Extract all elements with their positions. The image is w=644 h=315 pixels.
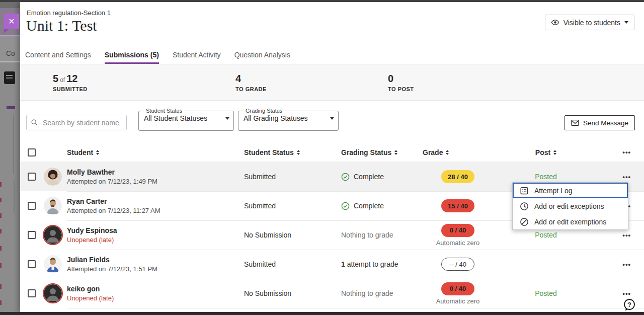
sort-icon <box>553 150 556 155</box>
clock-icon <box>520 202 529 211</box>
student-status: Submitted <box>244 173 341 181</box>
select-all-checkbox[interactable] <box>28 148 36 156</box>
grade-pill[interactable]: 0 / 40 <box>441 224 474 237</box>
row-checkbox[interactable] <box>28 202 36 210</box>
row-overflow-menu-icon[interactable]: ••• <box>622 173 644 181</box>
visibility-label: Visible to students <box>564 19 620 27</box>
student-name: Molly Bawther <box>67 168 244 176</box>
student-status: No Submission <box>244 231 341 239</box>
row-checkbox[interactable] <box>28 231 36 239</box>
block-icon <box>520 217 529 226</box>
dimmed-background-page: Co <box>0 0 20 315</box>
background-purple-mark <box>7 106 15 109</box>
window-top-bar <box>0 0 644 2</box>
column-header-student[interactable]: Student <box>67 148 244 156</box>
avatar <box>44 168 62 186</box>
stat-to-grade: 4 TO GRADE <box>235 73 267 92</box>
help-button[interactable]: ? <box>623 298 636 311</box>
tab-bar: Content and Settings Submissions (5) Stu… <box>20 45 644 64</box>
attempt-info: Attempted on 7/12/23, 1:51 PM <box>67 265 244 273</box>
column-header-post[interactable]: Post <box>496 148 596 156</box>
avatar <box>44 255 62 273</box>
grading-status: Nothing to grade <box>341 289 420 297</box>
background-tick <box>0 263 2 268</box>
attempt-info: Unopened (late) <box>67 294 244 302</box>
grade-cell: 28 / 40 <box>420 170 496 183</box>
background-line <box>13 115 14 174</box>
screen: Co ✕ Emotion regulation-Section 1 Unit 1… <box>0 0 644 315</box>
row-overflow-menu-icon[interactable]: ••• <box>622 261 644 268</box>
background-book-icon <box>4 71 15 84</box>
tab-student-activity[interactable]: Student Activity <box>173 45 221 64</box>
student-status-select[interactable]: Student Status All Student Statuses <box>138 108 234 131</box>
student-name: Julian Fields <box>67 256 244 264</box>
eye-icon <box>551 18 559 27</box>
table-row: Julian Fields Attempted on 7/12/23, 1:51… <box>20 250 644 279</box>
grade-pill[interactable]: 28 / 40 <box>441 170 474 183</box>
grading-status: 1 attempt to grade <box>341 260 420 268</box>
envelope-icon <box>571 119 579 126</box>
search-input[interactable] <box>42 118 122 127</box>
complete-check-icon <box>341 173 350 181</box>
table-row: keiko gon Unopened (late) No Submission … <box>20 279 644 308</box>
avatar-placeholder <box>43 283 63 303</box>
window-bottom-bar <box>0 312 644 315</box>
breadcrumb: Emotion regulation-Section 1 <box>27 9 111 17</box>
post-status: Posted <box>496 231 596 239</box>
sort-icon <box>446 150 449 155</box>
background-tick <box>0 229 2 233</box>
visibility-dropdown-button[interactable]: Visible to students <box>545 15 634 30</box>
column-header-grade[interactable]: Grade <box>420 148 496 156</box>
tab-submissions[interactable]: Submissions (5) <box>105 45 159 64</box>
grade-cell: -- / 40 <box>420 258 496 271</box>
background-tick <box>0 198 2 202</box>
row-checkbox[interactable] <box>28 260 36 268</box>
attempt-info: Attempted on 7/12/23, 1:49 PM <box>67 178 244 185</box>
menu-item-add-edit-exemptions[interactable]: Add or edit exemptions <box>513 214 628 229</box>
grade-pill[interactable]: 15 / 40 <box>441 199 474 212</box>
row-overflow-menu-icon[interactable]: ••• <box>622 290 644 297</box>
tab-question-analysis[interactable]: Question Analysis <box>234 45 290 64</box>
column-header-student-status[interactable]: Student Status <box>244 148 341 156</box>
student-name: keiko gon <box>67 285 244 293</box>
table-header: Student Student Status Grading Status Gr… <box>20 143 644 162</box>
post-status: Posted <box>496 289 596 297</box>
avatar <box>44 197 62 215</box>
complete-check-icon <box>341 202 350 210</box>
background-tick <box>0 284 2 289</box>
tab-content-and-settings[interactable]: Content and Settings <box>25 45 91 64</box>
grade-cell: 0 / 40 Automatic zero <box>420 282 496 305</box>
grade-pill[interactable]: -- / 40 <box>441 258 474 271</box>
close-icon: ✕ <box>8 17 15 26</box>
close-panel-button[interactable]: ✕ <box>4 14 19 29</box>
grading-status-select[interactable]: Grading Status All Grading Statuses <box>238 108 339 131</box>
grade-cell: 0 / 40 Automatic zero <box>420 224 496 247</box>
background-tick <box>0 246 2 251</box>
background-text-fragment: Co <box>6 49 15 57</box>
attempt-log-icon <box>520 186 529 195</box>
grading-status: Nothing to grade <box>341 231 420 239</box>
avatar-placeholder <box>43 225 63 245</box>
grade-pill[interactable]: 0 / 40 <box>441 282 474 295</box>
row-checkbox[interactable] <box>28 173 36 181</box>
background-tick <box>0 300 2 305</box>
table-overflow-menu-icon[interactable]: ••• <box>622 148 644 156</box>
stats-bar: 5of12 SUBMITTED 4 TO GRADE 0 TO POST <box>20 64 644 101</box>
filter-bar: Student Status All Student Statuses Grad… <box>20 101 644 143</box>
column-header-grading-status[interactable]: Grading Status <box>341 148 420 156</box>
chevron-down-icon <box>624 21 628 24</box>
help-icon: ? <box>627 301 631 308</box>
student-status: Submitted <box>244 202 341 210</box>
send-message-button[interactable]: Send Message <box>565 115 635 130</box>
grade-note: Automatic zero <box>436 239 480 247</box>
sort-icon <box>297 150 300 155</box>
row-overflow-menu-icon[interactable]: ••• <box>622 231 644 239</box>
row-context-menu: Attempt Log Add or edit exceptions Add o… <box>512 182 628 230</box>
row-checkbox[interactable] <box>28 289 36 297</box>
grade-cell: 15 / 40 <box>420 199 496 212</box>
menu-item-add-edit-exceptions[interactable]: Add or edit exceptions <box>513 198 628 214</box>
student-name: Ryan Carter <box>67 197 244 205</box>
post-status: Posted <box>496 173 596 181</box>
table-row-partial <box>20 308 644 312</box>
menu-item-attempt-log[interactable]: Attempt Log <box>513 183 628 198</box>
